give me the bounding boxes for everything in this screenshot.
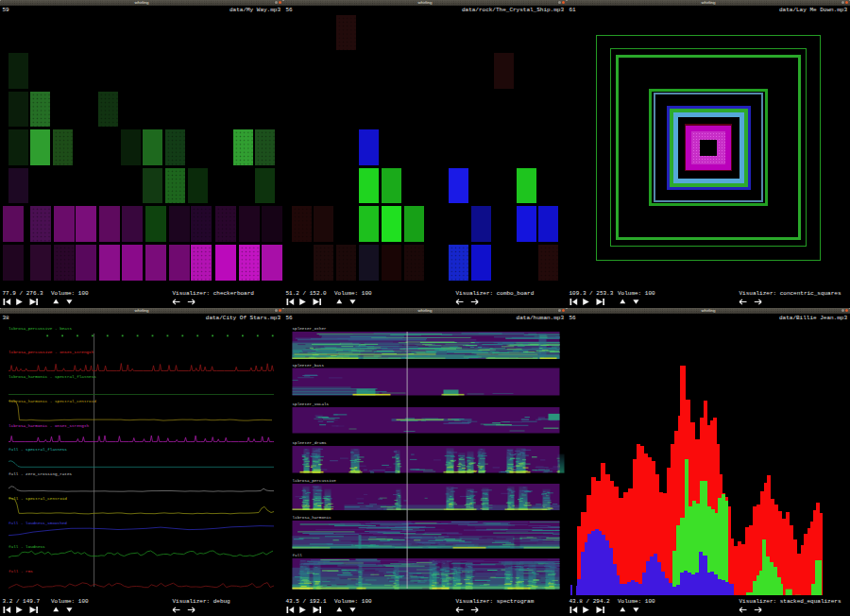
svg-text:librosa_percussive - beats: librosa_percussive - beats <box>8 326 72 331</box>
svg-text:full: full <box>293 553 303 557</box>
svg-text:full - rms: full - rms <box>8 569 33 573</box>
svg-text:spleeter_vocals: spleeter_vocals <box>293 402 330 406</box>
svg-text:librosa_percussive: librosa_percussive <box>293 478 337 483</box>
svg-text:full - loudness: full - loudness <box>8 544 45 549</box>
svg-text:librosa_harmonic - onset_stren: librosa_harmonic - onset_strength <box>8 423 90 428</box>
svg-text:full - spectral_flatness: full - spectral_flatness <box>8 447 67 452</box>
svg-text:librosa_harmonic - spectral_fl: librosa_harmonic - spectral_flatness <box>8 374 96 379</box>
svg-text:spleeter_drums: spleeter_drums <box>293 440 328 445</box>
svg-text:full - zero_crossing_rates: full - zero_crossing_rates <box>8 471 72 476</box>
svg-text:full - spectral_centroid: full - spectral_centroid <box>8 496 67 501</box>
svg-text:spleeter_other: spleeter_other <box>293 326 328 331</box>
svg-text:full - loudness_smoothed: full - loudness_smoothed <box>8 521 67 525</box>
svg-text:librosa_harmonic - spectral_ce: librosa_harmonic - spectral_centroid <box>8 399 96 403</box>
svg-text:librosa_harmonic: librosa_harmonic <box>293 515 332 520</box>
svg-text:librosa_percussive - onset_str: librosa_percussive - onset_strength <box>8 350 94 354</box>
svg-text:spleeter_bass: spleeter_bass <box>293 363 325 368</box>
